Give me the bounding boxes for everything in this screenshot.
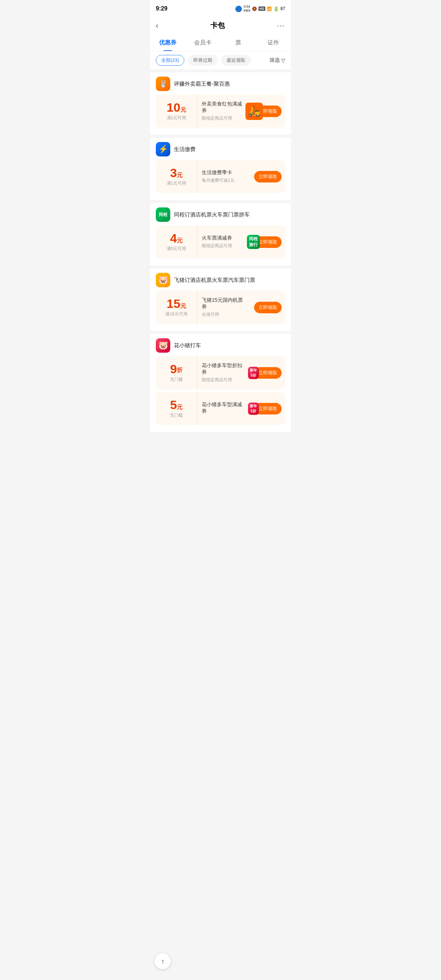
group-life: ⚡ 生活缴费 3元 满1元可用 生活缴费季卡 每月缴费可减1元 立即领取: [150, 138, 291, 200]
group-waimai: 🐰 评赚外卖霸王餐-聚百惠 10元 满1元可用 外卖美食红包满减券 限指定商品可…: [150, 72, 291, 135]
page-title: 卡包: [210, 21, 225, 30]
coupon-amount-life: 3元 满1元可用: [156, 160, 197, 193]
coupon-name-hxz0: 花小猪多车型折扣券: [202, 363, 246, 375]
group-tongcheng: 同程 同程订酒店机票火车票门票拼车 4元 满5元可用 火车票满减券 限指定商品可…: [150, 203, 291, 266]
group-title-feizhu: 飞猪订酒店机票火车票汽车票门票: [174, 277, 255, 284]
coupon-name: 外卖美食红包满减券: [202, 101, 246, 114]
amount-value-life: 3元: [170, 167, 183, 179]
tab-id[interactable]: 证件: [256, 35, 291, 51]
group-title-waimai: 评赚外卖霸王餐-聚百惠: [174, 81, 230, 88]
coupon-info-life: 生活缴费季卡 每月缴费可减1元: [197, 164, 250, 189]
coupon-card-life-0: 3元 满1元可用 生活缴费季卡 每月缴费可减1元 立即领取: [156, 160, 285, 193]
coupon-amount-tongcheng: 4元 满5元可用: [156, 226, 197, 258]
group-header-life: ⚡ 生活缴费: [156, 142, 285, 156]
signal-icon: 📶: [267, 6, 272, 11]
coupon-image-tongcheng: 同程旅行: [244, 233, 263, 251]
amount-condition-hxz0: 无门槛: [170, 377, 183, 383]
network-speed: 0.54KB/s: [244, 5, 250, 13]
group-title-tongcheng: 同程订酒店机票火车票门票拼车: [174, 212, 250, 218]
back-button[interactable]: ‹: [156, 21, 158, 30]
tab-bar: 优惠券 会员卡 票 证件: [150, 35, 291, 51]
coupon-card-waimai-0: 10元 满1元可用 外卖美食红包满减券 限指定商品可用 🛵 立即领取: [156, 95, 285, 127]
coupon-desc-tongcheng: 限指定商品可用: [202, 243, 246, 249]
group-title-life: 生活缴费: [174, 146, 196, 153]
filter-recent[interactable]: 最近领取: [221, 55, 251, 66]
amount-condition-hxz1: 无门槛: [170, 412, 183, 418]
coupon-card-tongcheng-0: 4元 满5元可用 火车票满减券 限指定商品可用 同程旅行 立即领取: [156, 226, 285, 258]
coupon-desc-life: 每月缴费可减1元: [202, 177, 246, 184]
coupon-name-hxz1: 花小猪多车型满减券: [202, 401, 246, 414]
coupon-btn-wrap-feizhu: 立即领取: [250, 302, 285, 313]
group-header-waimai: 🐰 评赚外卖霸王餐-聚百惠: [156, 76, 285, 91]
coupon-amount-feizhu: 15元 满16元可用: [156, 291, 197, 324]
tab-membership[interactable]: 会员卡: [185, 35, 221, 51]
coupon-card-feizhu-0: 15元 满16元可用 飞猪15元国内机票券 全场可用 立即领取: [156, 291, 285, 324]
coupon-info-hxz1: 花小猪多车型满减券: [197, 396, 250, 421]
tab-tickets[interactable]: 票: [221, 35, 256, 51]
status-time: 9:29: [156, 5, 167, 12]
group-title-huaxiaozhu: 花小猪打车: [174, 342, 201, 349]
coupon-image-waimai: 🛵: [245, 103, 263, 120]
group-feizhu: 🐷 飞猪订酒店机票火车票汽车票门票 15元 满16元可用 飞猪15元国内机票券 …: [150, 269, 291, 331]
coupon-card-huaxiaozhu-1: 5元 无门槛 花小猪多车型满减券 新年5折 立即领取: [156, 392, 285, 425]
status-bar: 9:29 🔵 0.54KB/s 🔕 HD 📶 🔋 87: [150, 0, 291, 16]
coupon-desc-hxz0: 限指定商品可用: [202, 377, 246, 383]
amount-value: 10元: [167, 101, 186, 113]
huaxiaozhu-icon: 🐷: [156, 338, 170, 353]
amount-value-tongcheng: 4元: [170, 232, 183, 244]
status-icons: 🔵 0.54KB/s 🔕 HD 📶 🔋 87: [235, 5, 285, 13]
coupon-info: 外卖美食红包满减券 限指定商品可用: [197, 96, 250, 126]
amount-condition-life: 满1元可用: [167, 180, 186, 186]
mute-icon: 🔕: [252, 6, 257, 11]
filter-icon: ▽: [281, 57, 285, 63]
group-header-huaxiaozhu: 🐷 花小猪打车: [156, 338, 285, 353]
feizhu-icon: 🐷: [156, 273, 170, 287]
tab-coupons[interactable]: 优惠券: [150, 35, 185, 51]
amount-value-feizhu: 15元: [167, 298, 186, 310]
coupon-info-feizhu: 飞猪15元国内机票券 全场可用: [197, 292, 250, 323]
coupon-image-hxz0: 新年5折: [244, 364, 263, 382]
coupon-amount-hxz0: 9折 无门槛: [156, 356, 197, 389]
battery-icon: 🔋: [273, 6, 279, 11]
coupon-name-tongcheng: 火车票满减券: [202, 235, 246, 242]
waimai-icon: 🐰: [156, 76, 170, 91]
hd-badge: HD: [258, 6, 265, 11]
filter-bar: 全部(23) 即将过期 最近领取 筛选 ▽: [150, 51, 291, 69]
amount-value-hxz1: 5元: [170, 399, 183, 411]
amount-condition: 满1元可用: [167, 115, 186, 121]
coupon-desc: 限指定商品可用: [202, 115, 246, 121]
coupon-image-hxz1: 新年5折: [244, 399, 263, 418]
coupon-btn-wrap-life: 立即领取: [250, 171, 285, 183]
coupon-amount-hxz1: 5元 无门槛: [156, 392, 197, 425]
filter-expiring[interactable]: 即将过期: [188, 55, 218, 66]
alipay-icon: 🔵: [235, 5, 242, 12]
filter-button[interactable]: 筛选 ▽: [270, 57, 285, 64]
tongcheng-icon: 同程: [156, 207, 170, 222]
coupon-card-huaxiaozhu-0: 9折 无门槛 花小猪多车型折扣券 限指定商品可用 新年5折 立即领取: [156, 356, 285, 389]
filter-all[interactable]: 全部(23): [156, 55, 184, 66]
group-header-tongcheng: 同程 同程订酒店机票火车票门票拼车: [156, 207, 285, 222]
claim-button-life-0[interactable]: 立即领取: [254, 171, 282, 183]
group-huaxiaozhu: 🐷 花小猪打车 9折 无门槛 花小猪多车型折扣券 限指定商品可用 新年5折 立即…: [150, 334, 291, 432]
amount-condition-tongcheng: 满5元可用: [167, 246, 186, 252]
amount-value-hxz0: 9折: [170, 363, 183, 375]
battery-level: 87: [280, 6, 285, 11]
header: ‹ 卡包 ···: [150, 16, 291, 35]
life-icon: ⚡: [156, 142, 170, 156]
coupon-amount: 10元 满1元可用: [156, 95, 197, 127]
coupon-name-life: 生活缴费季卡: [202, 169, 246, 176]
scroll-top-button[interactable]: ↑: [155, 953, 170, 969]
coupon-info-tongcheng: 火车票满减券 限指定商品可用: [197, 230, 250, 254]
more-button[interactable]: ···: [277, 21, 285, 30]
claim-button-feizhu-0[interactable]: 立即领取: [254, 302, 282, 313]
coupon-info-hxz0: 花小猪多车型折扣券 限指定商品可用: [197, 357, 250, 388]
coupon-name-feizhu: 飞猪15元国内机票券: [202, 297, 246, 310]
coupon-desc-feizhu: 全场可用: [202, 312, 246, 318]
group-header-feizhu: 🐷 飞猪订酒店机票火车票汽车票门票: [156, 273, 285, 287]
amount-condition-feizhu: 满16元可用: [165, 311, 187, 317]
